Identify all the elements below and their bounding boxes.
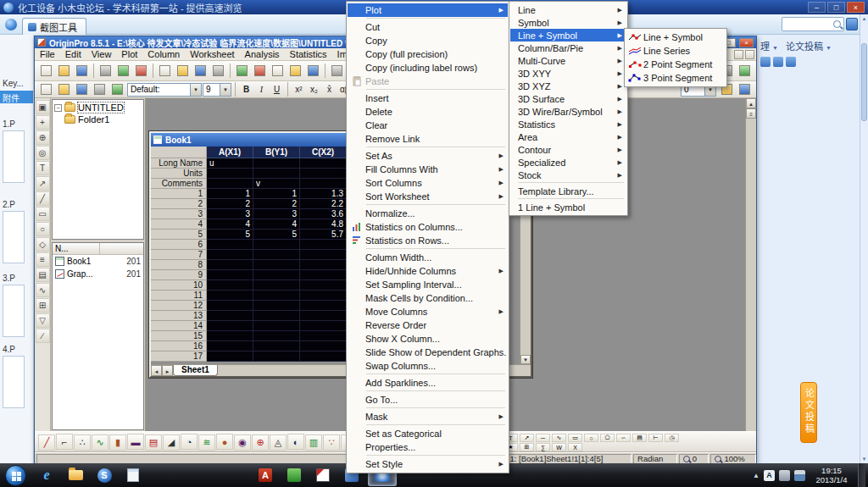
worksheet-cell[interactable] <box>207 280 253 291</box>
forum-icon-1[interactable] <box>760 57 771 67</box>
plot-submenu-item-3d-wire-bar-symbol[interactable]: 3D Wire/Bar/Symbol▶ <box>510 105 626 118</box>
double-y-plot-button[interactable]: ≋ <box>198 434 215 451</box>
copy-button[interactable] <box>251 63 269 80</box>
context-menu-item-normalize[interactable]: Normalize... <box>348 207 508 220</box>
ternary-plot-button[interactable]: ◬ <box>270 434 287 451</box>
menu-analysis[interactable]: Analysis <box>240 49 285 59</box>
freehand-draw-tool-button[interactable]: ∕ <box>36 329 50 343</box>
row-number[interactable]: 9 <box>151 270 207 280</box>
ime-indicator-icon[interactable]: A <box>764 470 775 481</box>
forum-icon-3[interactable] <box>786 57 796 67</box>
taskbar-clock[interactable]: 19:15 2013/1/4 <box>810 466 854 485</box>
workspace-scrollbar[interactable]: ▲ ≡ <box>745 98 756 431</box>
worksheet-cell[interactable]: 3.6 <box>300 209 347 219</box>
file-explorer-taskbar-button[interactable] <box>63 465 88 486</box>
redo-button[interactable] <box>304 63 322 80</box>
menu-column[interactable]: Column <box>142 49 185 59</box>
row-number[interactable]: 12 <box>151 301 207 311</box>
context-menu-item-remove-link[interactable]: Remove Link <box>348 132 508 146</box>
paper-submission-badge[interactable]: 论文投稿 <box>800 382 817 443</box>
wps-green-taskbar-button[interactable] <box>281 465 307 486</box>
worksheet-cell[interactable] <box>300 321 347 331</box>
worksheet-cell[interactable] <box>207 169 253 179</box>
menu-plot[interactable]: Plot <box>116 49 142 59</box>
worksheet-cell[interactable] <box>300 301 347 311</box>
arrow-tool-button[interactable]: ◇ <box>36 237 50 252</box>
stock-chart-button[interactable]: ▥ <box>305 434 322 451</box>
column-header-c-x2[interactable]: C(X2) <box>300 147 347 158</box>
import-wizard-button[interactable] <box>156 63 174 80</box>
menu-file[interactable]: File <box>35 49 60 59</box>
italic-button[interactable]: I <box>254 82 269 97</box>
worksheet-cell[interactable] <box>300 341 347 351</box>
worksheet-cell[interactable] <box>253 341 300 351</box>
plot-submenu-item-statistics[interactable]: Statistics▶ <box>510 118 626 130</box>
context-menu-item-hide-unhide-columns[interactable]: Hide/Unhide Columns▶ <box>348 264 508 278</box>
worksheet-cell[interactable] <box>253 311 300 321</box>
context-menu-item-clear[interactable]: Clear <box>348 119 508 132</box>
plot-submenu-item-line-symbol[interactable]: Line + Symbol▶ <box>510 29 626 42</box>
polar-plot-button[interactable]: ⊕ <box>252 434 269 451</box>
stacked-column-plot-button[interactable]: ▤ <box>145 434 162 451</box>
worksheet-cell[interactable] <box>253 240 300 250</box>
superscript-button[interactable]: x² <box>292 82 306 97</box>
print-button[interactable] <box>192 63 209 80</box>
add-polyline-tool-button[interactable]: ∿ <box>552 434 566 442</box>
import-ascii-button[interactable] <box>174 63 192 80</box>
column-header-a-x1[interactable]: A(X1) <box>207 147 253 158</box>
context-menu-item-swap-columns[interactable]: Swap Columns... <box>348 359 508 373</box>
attachment-page-1[interactable]: 1.P <box>3 119 31 183</box>
worksheet-cell[interactable] <box>300 280 347 291</box>
horizontal-step-plot-button[interactable]: ⌐ <box>56 434 73 450</box>
name-column-header[interactable]: N... <box>53 243 100 254</box>
snipping-tool-tab[interactable]: 截图工具 <box>22 18 86 35</box>
row-number[interactable]: 6 <box>151 240 207 250</box>
rectangle-tool-button[interactable]: ∿ <box>36 283 50 297</box>
data-reader-tool-button[interactable]: T <box>36 161 50 175</box>
draw-data-tool-button[interactable]: ▭ <box>36 207 50 221</box>
start-button[interactable] <box>5 465 26 486</box>
row-format-button[interactable] <box>736 81 754 98</box>
add-table-tool-button[interactable]: ⊞ <box>520 443 534 451</box>
attachment-page-2[interactable]: 2.P <box>3 200 31 263</box>
volume-icon[interactable] <box>779 470 790 481</box>
menubar-dock-icon[interactable] <box>734 50 743 59</box>
worksheet-cell[interactable] <box>207 179 253 189</box>
list-item-graph1[interactable]: Grap... 201 <box>53 268 143 280</box>
screen-reader-tool-button[interactable]: ◎ <box>36 146 50 160</box>
internet-explorer-taskbar-button[interactable]: e <box>34 465 59 486</box>
context-menu-item-reverse-order[interactable]: Reverse Order <box>348 318 508 332</box>
row-label[interactable]: Comments <box>151 179 207 189</box>
worksheet-cell[interactable] <box>253 321 300 331</box>
worksheet-cell[interactable]: 1.3 <box>300 189 347 199</box>
row-number[interactable]: 13 <box>151 311 207 321</box>
line-tool-button[interactable]: ▤ <box>36 268 50 282</box>
row-number[interactable]: 1 <box>151 189 207 199</box>
previous-sheet-icon[interactable]: ◂ <box>151 365 162 376</box>
open-project-button[interactable] <box>55 63 73 80</box>
page-thumbnail[interactable] <box>3 356 25 408</box>
plot-submenu-item-column-bar-pie[interactable]: Column/Bar/Pie▶ <box>510 42 626 54</box>
context-menu-item-copy-including-label-rows[interactable]: Copy (including label rows) <box>348 61 508 75</box>
row-number[interactable]: 4 <box>151 219 207 230</box>
worksheet-cell[interactable]: v <box>253 179 300 189</box>
insert-equation-tool-button[interactable]: ∑ <box>536 443 550 451</box>
worksheet-cell[interactable] <box>253 260 300 270</box>
worksheet-cell[interactable] <box>207 341 253 351</box>
context-menu-item-show-x-column[interactable]: Show X Column... <box>348 332 508 346</box>
context-menu-item-paste[interactable]: Paste <box>348 75 508 88</box>
scroll-grip-icon[interactable]: ≡ <box>746 108 756 119</box>
context-menu-item-sort-columns[interactable]: Sort Columns▶ <box>348 176 508 190</box>
list-item-book1[interactable]: Book1 201 <box>53 255 143 268</box>
tree-expander-icon[interactable]: − <box>54 104 62 112</box>
context-menu-item-mask-cells-by-condition[interactable]: Mask Cells by Condition... <box>348 291 508 305</box>
worksheet-cell[interactable] <box>253 270 300 280</box>
worksheet-cell[interactable] <box>300 331 347 341</box>
smith-chart-button[interactable]: ◐ <box>287 434 304 450</box>
menu-worksheet[interactable]: Worksheet <box>185 49 239 59</box>
worksheet-cell[interactable]: 3 <box>207 209 253 219</box>
worksheet-cell[interactable] <box>207 301 253 311</box>
underline-button[interactable]: U <box>270 82 284 97</box>
worksheet-cell[interactable]: 2 <box>253 199 300 209</box>
page-thumbnail[interactable] <box>3 211 25 263</box>
